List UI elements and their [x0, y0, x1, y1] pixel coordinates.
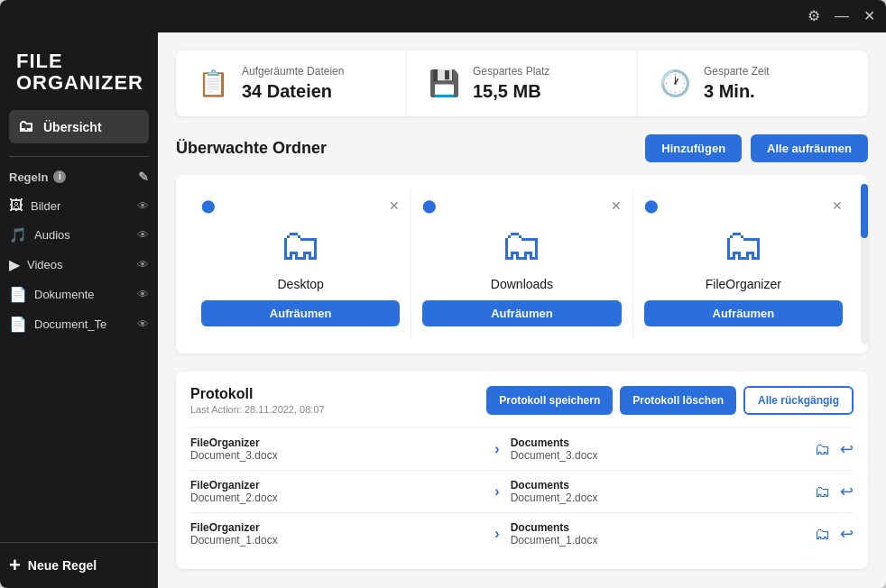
protocol-section: Protokoll Last Action: 28.11.2022, 08:07…	[176, 372, 868, 569]
bilder-label: Bilder	[31, 199, 60, 213]
folder-close-desktop[interactable]: ✕	[389, 198, 400, 213]
info-icon: i	[53, 170, 66, 183]
app-logo: FILEORGANIZER	[0, 32, 158, 110]
bilder-eye-icon[interactable]: 👁	[137, 199, 149, 213]
stats-row: 📋 Aufgeräumte Dateien 34 Dateien 💾 Gespa…	[176, 51, 868, 116]
sidebar-item-dokumente[interactable]: 📄 Dokumente 👁	[0, 280, 158, 309]
folder-card-fileorganizer: ⬤ ✕ 🗂 FileOrganizer Aufräumen	[633, 189, 854, 339]
log-actions-1: 🗂 ↩	[815, 482, 854, 501]
cleanup-desktop-button[interactable]: Aufräumen	[201, 300, 400, 326]
document-te-label: Document_Te	[34, 317, 106, 331]
log-folder-icon-1[interactable]: 🗂	[815, 482, 831, 501]
document-te-item-left: 📄 Document_Te	[9, 316, 106, 333]
videos-icon: ▶	[9, 256, 20, 273]
sidebar-rules-list: 🖼 Bilder 👁 🎵 Audios 👁 ▶ Videos	[0, 191, 158, 339]
time-label: Gesparte Zeit	[704, 65, 770, 78]
add-folder-button[interactable]: Hinzufügen	[645, 134, 742, 162]
watched-folders-title: Überwachte Ordner	[176, 139, 327, 158]
log-undo-icon-1[interactable]: ↩	[840, 482, 854, 501]
folders-scrollbar-thumb	[861, 184, 868, 238]
folder-icon-desktop: 🗂	[279, 220, 322, 270]
protocol-title-block: Protokoll Last Action: 28.11.2022, 08:07	[190, 386, 325, 415]
log-arrow-1: ›	[494, 483, 499, 500]
dokumente-eye-icon[interactable]: 👁	[137, 288, 149, 301]
folder-name-desktop: Desktop	[277, 277, 323, 291]
folders-scrollbar[interactable]	[861, 184, 868, 345]
dokumente-icon: 📄	[9, 286, 27, 303]
folder-radio-downloads[interactable]: ⬤	[422, 198, 437, 213]
log-dest-1: Documents Document_2.docx	[511, 479, 804, 504]
audios-item-left: 🎵 Audios	[9, 226, 70, 243]
folder-card-top-downloads: ⬤ ✕	[422, 198, 621, 213]
watched-folders-actions: Hinzufügen Alle aufräumen	[645, 134, 868, 162]
folder-close-fileorganizer[interactable]: ✕	[832, 198, 843, 213]
settings-button[interactable]: ⚙	[808, 9, 820, 23]
cleaned-icon: 📋	[198, 69, 229, 98]
sidebar-item-bilder[interactable]: 🖼 Bilder 👁	[0, 191, 158, 220]
folders-area: ⬤ ✕ 🗂 Desktop Aufräumen ⬤ ✕ 🗂 Downloads …	[176, 175, 868, 354]
videos-eye-icon[interactable]: 👁	[137, 258, 149, 271]
overview-label: Übersicht	[43, 120, 102, 134]
sidebar-item-videos[interactable]: ▶ Videos 👁	[0, 250, 158, 280]
log-dest-file-2: Document_1.docx	[511, 534, 804, 547]
stat-cleaned: 📋 Aufgeräumte Dateien 34 Dateien	[176, 51, 407, 116]
log-source-1: FileOrganizer Document_2.docx	[190, 479, 484, 504]
log-source-file-1: Document_2.docx	[190, 492, 484, 504]
log-undo-icon-0[interactable]: ↩	[840, 439, 854, 459]
sidebar-footer: + Neue Regel	[0, 542, 158, 588]
bilder-item-left: 🖼 Bilder	[9, 198, 60, 214]
new-rule-button[interactable]: + Neue Regel	[9, 556, 149, 575]
log-actions-2: 🗂 ↩	[815, 524, 854, 544]
sidebar-item-overview[interactable]: 🗂 Übersicht	[9, 110, 149, 143]
protocol-header: Protokoll Last Action: 28.11.2022, 08:07…	[190, 386, 854, 415]
log-source-2: FileOrganizer Document_1.docx	[190, 521, 484, 547]
sidebar-nav-top: 🗂 Übersicht	[0, 110, 158, 147]
close-button[interactable]: ✕	[863, 9, 875, 23]
folder-icon-downloads: 🗂	[500, 220, 543, 270]
sidebar-item-document-te[interactable]: 📄 Document_Te 👁	[0, 309, 158, 339]
edit-icon[interactable]: ✎	[138, 170, 149, 184]
sidebar-rules-header: Regeln i ✎	[0, 166, 158, 191]
cleaned-content: Aufgeräumte Dateien 34 Dateien	[242, 65, 344, 102]
stat-time: 🕐 Gesparte Zeit 3 Min.	[638, 51, 868, 116]
content-area: 📋 Aufgeräumte Dateien 34 Dateien 💾 Gespa…	[158, 32, 886, 588]
cleanup-all-button[interactable]: Alle aufräumen	[751, 134, 868, 162]
folder-name-downloads: Downloads	[491, 277, 553, 291]
save-protocol-button[interactable]: Protokoll speichern	[486, 386, 613, 415]
audios-eye-icon[interactable]: 👁	[137, 228, 149, 242]
log-undo-icon-2[interactable]: ↩	[840, 524, 854, 544]
log-folder-icon-2[interactable]: 🗂	[815, 525, 831, 544]
space-content: Gespartes Platz 15,5 MB	[473, 65, 549, 102]
cleanup-fileorganizer-button[interactable]: Aufräumen	[644, 300, 843, 326]
cleanup-downloads-button[interactable]: Aufräumen	[422, 300, 621, 326]
folder-close-downloads[interactable]: ✕	[611, 198, 622, 213]
sidebar-item-audios[interactable]: 🎵 Audios 👁	[0, 220, 158, 250]
log-arrow-0: ›	[494, 441, 499, 457]
videos-item-left: ▶ Videos	[9, 256, 63, 273]
protocol-title: Protokoll	[190, 386, 325, 402]
delete-protocol-button[interactable]: Protokoll löschen	[620, 386, 736, 415]
folder-card-desktop: ⬤ ✕ 🗂 Desktop Aufräumen	[190, 189, 411, 339]
audios-icon: 🎵	[9, 226, 27, 243]
videos-label: Videos	[27, 258, 63, 271]
folder-card-top-fileorganizer: ⬤ ✕	[644, 198, 843, 213]
log-dest-file-1: Document_2.docx	[511, 492, 804, 504]
folder-radio-desktop[interactable]: ⬤	[201, 198, 216, 213]
sidebar: FILEORGANIZER 🗂 Übersicht Regeln i ✎	[0, 32, 158, 588]
log-dest-folder-0: Documents	[511, 436, 804, 449]
log-folder-icon-0[interactable]: 🗂	[815, 440, 831, 459]
minimize-button[interactable]: —	[835, 9, 849, 23]
log-source-file-0: Document_3.docx	[190, 449, 484, 462]
document-te-eye-icon[interactable]: 👁	[137, 317, 149, 331]
document-te-icon: 📄	[9, 316, 27, 333]
protocol-meta: Last Action: 28.11.2022, 08:07	[190, 404, 325, 415]
folder-icon-fileorganizer: 🗂	[722, 220, 765, 270]
stat-space: 💾 Gespartes Platz 15,5 MB	[407, 51, 638, 116]
audios-label: Audios	[34, 228, 70, 242]
rules-header-left: Regeln i	[9, 170, 66, 184]
dokumente-label: Dokumente	[34, 288, 94, 301]
undo-all-button[interactable]: Alle rückgängig	[743, 386, 854, 415]
folder-card-downloads: ⬤ ✕ 🗂 Downloads Aufräumen	[411, 189, 632, 339]
log-dest-2: Documents Document_1.docx	[511, 521, 804, 547]
folder-radio-fileorganizer[interactable]: ⬤	[644, 198, 659, 213]
